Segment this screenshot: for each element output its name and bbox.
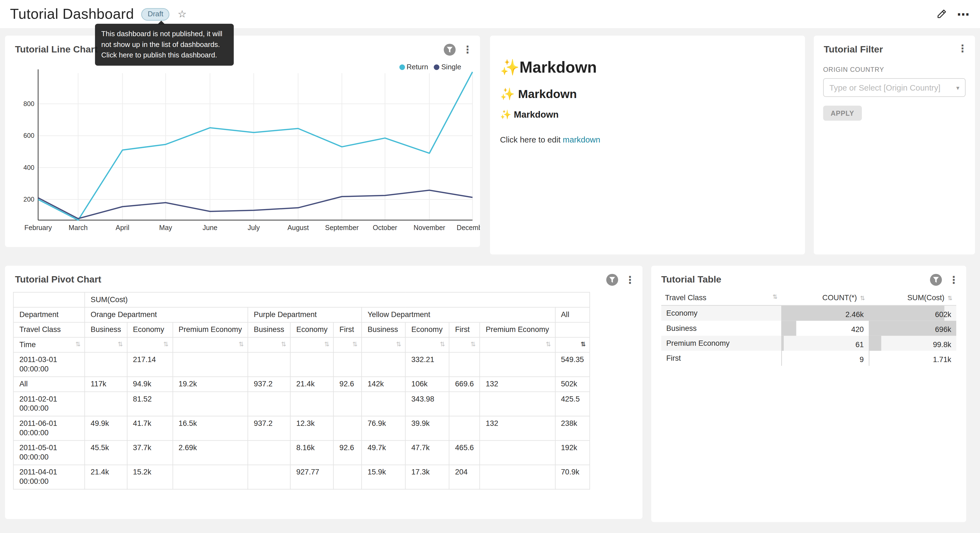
pivot-col-leaf: Business (85, 322, 127, 337)
pivot-corner (14, 292, 85, 307)
kebab-menu-icon[interactable]: ⋮ (462, 45, 473, 55)
svg-text:March: March (68, 224, 88, 231)
pivot-cell (334, 416, 362, 440)
pivot-cell: 465.6 (449, 440, 480, 465)
pivot-col-leaf (555, 322, 590, 337)
card-title: Tutorial Filter (824, 44, 883, 54)
more-icon[interactable]: ⋯ (957, 8, 970, 20)
sort-icon: ⇅ (239, 340, 244, 349)
pivot-sort-col[interactable]: ⇅ (449, 337, 480, 352)
kebab-menu-icon[interactable]: ⋮ (949, 275, 959, 285)
cell-travel-class: Premium Economy (661, 335, 781, 351)
markdown-paragraph: Click here to edit markdown (500, 135, 795, 144)
pivot-sort-col[interactable]: ⇅ (173, 337, 248, 352)
pivot-sort-col[interactable]: ⇅ (405, 337, 449, 352)
card-actions: ⋮ (930, 274, 959, 286)
pivot-cell: 238k (555, 416, 590, 440)
select-placeholder: Type or Select [Origin Country] (829, 83, 940, 92)
cell-count: 420 (781, 320, 869, 335)
pivot-cell (480, 392, 555, 416)
filter-field-label: ORIGIN COUNTRY (823, 66, 966, 73)
pivot-sort-col[interactable]: ⇅ (248, 337, 290, 352)
col-header-count[interactable]: COUNT(*)⇅ (781, 291, 869, 305)
draft-badge[interactable]: Draft (142, 8, 170, 20)
pivot-table: SUM(Cost)DepartmentOrange DepartmentPurp… (13, 292, 590, 489)
markdown-link[interactable]: markdown (563, 135, 600, 144)
data-table-wrap: Travel Class⇅COUNT(*)⇅SUM(Cost)⇅ Economy… (651, 286, 966, 365)
filter-indicator-icon[interactable] (444, 44, 455, 56)
pivot-row-label: 2011-02-01 00:00:00 (14, 392, 85, 416)
svg-text:400: 400 (24, 164, 35, 171)
table-row: Economy2.46k602k (661, 305, 956, 320)
edit-icon[interactable] (936, 9, 947, 19)
card-actions: ⋮ (606, 274, 635, 286)
pivot-sort-col[interactable]: ⇅ (480, 337, 555, 352)
pivot-row-label: 2011-05-01 00:00:00 (14, 440, 85, 465)
table-row: First91.71k (661, 351, 956, 365)
pivot-row: 2011-04-01 00:00:0021.4k15.2k927.7715.9k… (14, 465, 590, 489)
data-table: Travel Class⇅COUNT(*)⇅SUM(Cost)⇅ Economy… (661, 291, 956, 365)
pivot-cell (334, 465, 362, 489)
sort-icon: ⇅ (860, 294, 865, 301)
pivot-cell: 16.5k (173, 416, 248, 440)
pivot-cell: 132 (480, 377, 555, 392)
line-chart-card: Tutorial Line Chart ⋮ ReturnSingle 20040… (5, 36, 480, 247)
svg-text:August: August (287, 224, 309, 231)
pivot-sort-col[interactable]: ⇅ (555, 337, 590, 352)
sort-icon: ⇅ (352, 340, 358, 349)
dashboard-page: Tutorial Dashboard Draft ☆ ⋯ This dashbo… (0, 0, 980, 533)
pivot-cell (248, 440, 290, 465)
pivot-col-leaf: Premium Economy (173, 322, 248, 337)
filter-indicator-icon[interactable] (606, 274, 618, 286)
pivot-sort-col[interactable]: ⇅ (362, 337, 405, 352)
col-header-travel-class[interactable]: Travel Class⇅ (661, 291, 781, 305)
pivot-cell: 106k (405, 377, 449, 392)
pivot-cell (362, 353, 405, 377)
pivot-row: 2011-02-01 00:00:0081.52343.98425.5 (14, 392, 590, 416)
filter-indicator-icon[interactable] (930, 274, 942, 286)
kebab-menu-icon[interactable]: ⋮ (957, 44, 967, 54)
sort-icon: ⇅ (118, 340, 123, 349)
pivot-sort-col[interactable]: ⇅ (334, 337, 362, 352)
page-title: Tutorial Dashboard (10, 6, 134, 22)
sort-icon: ⇅ (281, 340, 286, 349)
header-actions: ⋯ (936, 8, 970, 20)
pivot-cell (334, 392, 362, 416)
sort-icon: ⇅ (164, 340, 169, 349)
pivot-cell (480, 353, 555, 377)
pivot-sort-col[interactable]: ⇅ (290, 337, 334, 352)
card-actions: ⋮ (957, 44, 967, 54)
origin-country-select[interactable]: Type or Select [Origin Country] ▾ (823, 78, 966, 97)
publish-tooltip-text: This dashboard is not published, it will… (101, 30, 223, 59)
svg-text:July: July (248, 224, 260, 231)
pivot-row-subheader: Travel Class (14, 322, 85, 337)
filter-card-header: Tutorial Filter ⋮ (814, 36, 975, 54)
cell-travel-class: Business (661, 320, 781, 335)
cell-sum: 602k (869, 305, 956, 320)
svg-text:November: November (414, 224, 445, 231)
pivot-sort-col[interactable]: ⇅ (85, 337, 127, 352)
pivot-row-label: 2011-06-01 00:00:00 (14, 416, 85, 440)
pivot-cell (362, 392, 405, 416)
pivot-cell (449, 392, 480, 416)
pivot-cell (173, 465, 248, 489)
kebab-menu-icon[interactable]: ⋮ (625, 275, 635, 285)
pivot-cell (449, 353, 480, 377)
apply-button[interactable]: APPLY (823, 106, 862, 121)
pivot-cell: 92.6 (334, 440, 362, 465)
markdown-card[interactable]: ✨Markdown ✨ Markdown ✨ Markdown Click he… (490, 36, 805, 254)
publish-tooltip[interactable]: This dashboard is not published, it will… (95, 24, 234, 66)
pivot-sort-col[interactable]: ⇅ (127, 337, 173, 352)
pivot-cell: 15.2k (127, 465, 173, 489)
svg-text:May: May (159, 224, 172, 231)
pivot-cell: 21.4k (290, 377, 334, 392)
star-icon[interactable]: ☆ (178, 9, 187, 19)
series-return (38, 72, 473, 220)
col-header-sum-cost[interactable]: SUM(Cost)⇅ (869, 291, 956, 305)
pivot-cell (290, 353, 334, 377)
pivot-sort-time[interactable]: Time⇅ (14, 337, 85, 352)
pivot-cell: 204 (449, 465, 480, 489)
pivot-cell: 41.7k (127, 416, 173, 440)
pivot-cell: 76.9k (362, 416, 405, 440)
filter-body: ORIGIN COUNTRY Type or Select [Origin Co… (814, 54, 975, 121)
